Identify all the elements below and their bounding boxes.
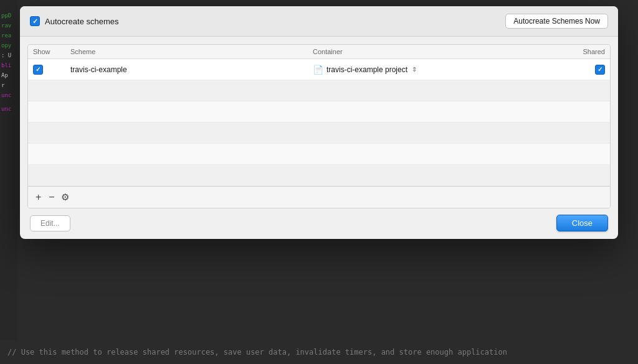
table-row-empty-2	[28, 101, 610, 123]
remove-scheme-button[interactable]: −	[47, 192, 55, 203]
table-row-empty-1	[28, 80, 610, 101]
file-icon: 📄	[313, 65, 323, 75]
edit-button[interactable]: Edit...	[30, 215, 70, 231]
row-scheme-name: travis-ci-example	[70, 65, 313, 74]
bottom-code-comment: // Use this method to release shared res…	[7, 348, 507, 357]
dialog-header: Autocreate schemes Autocreate Schemes No…	[20, 6, 618, 37]
schemes-table: Show Scheme Container Shared travis-ci-e…	[27, 44, 611, 208]
stepper-icon[interactable]: ⇕	[412, 66, 417, 73]
dialog-footer: Edit... Close	[20, 208, 618, 239]
autocreate-schemes-button[interactable]: Autocreate Schemes Now	[505, 14, 608, 29]
autocreate-label: Autocreate schemes	[45, 17, 119, 26]
col-header-scheme: Scheme	[70, 48, 313, 55]
col-header-show: Show	[33, 48, 70, 55]
table-row[interactable]: travis-ci-example 📄 travis-ci-example pr…	[28, 59, 610, 80]
row-show-cell	[33, 65, 70, 75]
add-scheme-button[interactable]: +	[34, 192, 42, 203]
autocreate-checkbox[interactable]	[30, 16, 40, 26]
dialog: Autocreate schemes Autocreate Schemes No…	[20, 6, 618, 239]
table-row-empty-4	[28, 144, 610, 165]
table-row-empty-5	[28, 165, 610, 186]
table-header: Show Scheme Container Shared	[28, 45, 610, 59]
header-left: Autocreate schemes	[30, 16, 119, 26]
row-container-name: travis-ci-example project	[326, 65, 407, 74]
table-row-empty-3	[28, 123, 610, 144]
close-button[interactable]: Close	[556, 215, 608, 231]
row-shared-checkbox[interactable]	[595, 65, 605, 75]
row-show-checkbox[interactable]	[33, 65, 43, 75]
col-header-container: Container	[313, 48, 555, 55]
modal-overlay: Autocreate schemes Autocreate Schemes No…	[0, 0, 638, 340]
row-container-cell: 📄 travis-ci-example project ⇕	[313, 65, 555, 75]
row-shared-cell	[555, 65, 605, 75]
bottom-code-bar: // Use this method to release shared res…	[0, 340, 638, 364]
table-toolbar: + − ⚙	[28, 186, 610, 208]
col-header-shared: Shared	[555, 48, 605, 55]
settings-icon[interactable]: ⚙	[61, 192, 69, 203]
